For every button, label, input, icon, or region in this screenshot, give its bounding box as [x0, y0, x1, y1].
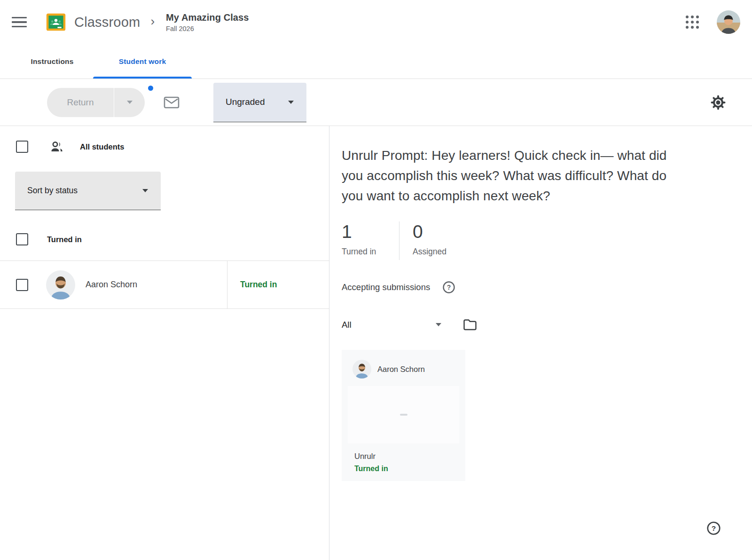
return-button[interactable]: Return [47, 88, 114, 117]
stat-turned-in-value: 1 [342, 221, 399, 242]
assignment-tabs: Instructions Student work [0, 44, 752, 79]
grade-filter-dropdown[interactable]: Ungraded [213, 83, 306, 122]
sort-by-status-dropdown[interactable]: Sort by status [15, 172, 161, 210]
student-checkbox[interactable] [16, 279, 28, 291]
app-header: Classroom › My Amazing Class Fall 2026 [0, 0, 752, 44]
grading-toolbar: Return Ungraded [0, 79, 752, 126]
students-panel: All students Sort by status Turned in [0, 126, 329, 560]
tab-student-work[interactable]: Student work [93, 44, 192, 79]
assignment-detail-panel: Unrulr Prompt: Hey learners! Quick check… [329, 126, 752, 560]
student-status: Turned in [240, 280, 277, 290]
submission-work-title: Unrulr [348, 452, 459, 461]
thumbnail-placeholder [400, 414, 407, 416]
turned-in-group-label: Turned in [47, 235, 82, 244]
account-avatar[interactable] [717, 10, 740, 34]
page-help-button[interactable]: ? [706, 521, 721, 537]
student-status-cell: Turned in [227, 261, 329, 308]
all-students-label: All students [80, 142, 124, 151]
breadcrumb-chevron-icon: › [150, 14, 155, 29]
gear-icon [711, 95, 726, 110]
accepting-help-button[interactable]: ? [442, 281, 455, 294]
submission-card[interactable]: Aaron Schorn Unrulr Turned in [342, 350, 465, 481]
stats-divider [399, 221, 400, 260]
people-icon [49, 139, 64, 154]
select-all-checkbox[interactable] [16, 141, 28, 153]
class-term: Fall 2026 [166, 25, 249, 32]
chevron-down-icon [288, 101, 294, 104]
return-split-button: Return [47, 88, 145, 117]
submission-stats: 1 Turned in 0 Assigned [342, 221, 726, 260]
svg-text:?: ? [447, 284, 451, 291]
stat-turned-in[interactable]: 1 Turned in [342, 221, 399, 260]
grade-filter-value: Ungraded [226, 97, 288, 107]
product-name[interactable]: Classroom [74, 15, 140, 30]
tab-instructions[interactable]: Instructions [11, 44, 93, 79]
turned-in-group-checkbox[interactable] [16, 233, 28, 245]
mail-icon [164, 95, 180, 110]
stat-assigned-label: Assigned [413, 247, 446, 257]
submission-thumbnail[interactable] [348, 386, 459, 443]
chevron-down-icon [142, 189, 148, 192]
sort-dropdown-value: Sort by status [27, 186, 142, 196]
help-icon: ? [442, 281, 455, 294]
assignment-title: Unrulr Prompt: Hey learners! Quick check… [342, 146, 678, 206]
settings-button[interactable] [711, 95, 726, 110]
submission-filter-row: All [342, 318, 726, 331]
accepting-submissions-label: Accepting submissions [342, 282, 430, 292]
email-students-button[interactable] [164, 95, 180, 110]
stat-turned-in-label: Turned in [342, 247, 399, 257]
student-name: Aaron Schorn [86, 280, 137, 290]
help-icon: ? [706, 521, 721, 536]
student-cell: Aaron Schorn [0, 261, 227, 308]
chevron-down-icon [436, 323, 441, 326]
accepting-submissions-row: Accepting submissions ? [342, 281, 726, 294]
svg-text:?: ? [712, 524, 716, 532]
submission-card-header: Aaron Schorn [348, 360, 459, 379]
filter-dropdown-value: All [342, 320, 352, 330]
classroom-logo-icon[interactable] [46, 12, 66, 32]
main-menu-icon[interactable] [12, 11, 34, 33]
folder-icon [463, 318, 477, 331]
drive-folder-button[interactable] [463, 318, 477, 331]
student-avatar [46, 270, 75, 300]
chevron-down-icon [127, 101, 133, 104]
notification-dot [148, 86, 153, 91]
submission-status: Turned in [348, 465, 459, 473]
turned-in-group-header: Turned in [0, 233, 329, 245]
class-name: My Amazing Class [166, 12, 249, 23]
return-options-button[interactable] [114, 88, 145, 117]
submission-filter-dropdown[interactable]: All [342, 320, 441, 330]
all-students-row: All students [0, 126, 329, 154]
student-row[interactable]: Aaron Schorn Turned in [0, 260, 329, 309]
stat-assigned-value: 0 [413, 221, 446, 242]
submission-student-avatar [352, 360, 371, 379]
stat-assigned[interactable]: 0 Assigned [413, 221, 446, 260]
breadcrumb: My Amazing Class Fall 2026 [166, 12, 249, 32]
submission-student-name: Aaron Schorn [377, 365, 425, 374]
google-apps-icon[interactable] [686, 16, 699, 29]
